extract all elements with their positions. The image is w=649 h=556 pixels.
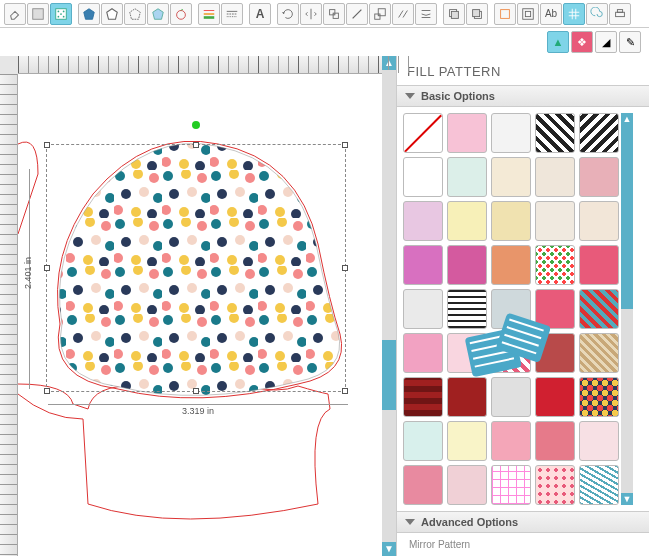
- pattern-swatch[interactable]: [535, 421, 575, 461]
- transform-rotate-icon[interactable]: [277, 3, 299, 25]
- resize-handle-nw[interactable]: [44, 142, 50, 148]
- tab-erase-icon[interactable]: ◢: [595, 31, 617, 53]
- pattern-swatch[interactable]: [403, 421, 443, 461]
- pattern-swatch[interactable]: [579, 157, 619, 197]
- pattern-swatch[interactable]: [535, 113, 575, 153]
- shear-tool-icon[interactable]: [392, 3, 414, 25]
- knife-tool-icon[interactable]: [346, 3, 368, 25]
- basic-options-header[interactable]: Basic Options: [397, 86, 649, 107]
- pattern-swatch[interactable]: [579, 465, 619, 505]
- align-icon[interactable]: [323, 3, 345, 25]
- pattern-swatch[interactable]: [491, 333, 531, 373]
- pattern-swatch[interactable]: [491, 465, 531, 505]
- pattern-swatch[interactable]: [579, 201, 619, 241]
- pattern-swatch[interactable]: [535, 377, 575, 417]
- line-style-icon[interactable]: [221, 3, 243, 25]
- scroll-down-icon[interactable]: ▼: [621, 493, 633, 505]
- pattern-swatch[interactable]: [403, 377, 443, 417]
- top-toolbar: A Ab: [0, 0, 649, 28]
- selection-bounds[interactable]: [46, 144, 346, 392]
- pattern-swatch[interactable]: [579, 421, 619, 461]
- resize-handle-e[interactable]: [342, 265, 348, 271]
- grid-toggle-icon[interactable]: [563, 3, 585, 25]
- resize-handle-s[interactable]: [193, 388, 199, 394]
- pattern-swatch[interactable]: [447, 157, 487, 197]
- design-canvas[interactable]: 2.401 in 3.319 in: [18, 74, 382, 556]
- pentagon-solid-icon[interactable]: [78, 3, 100, 25]
- resize-handle-se[interactable]: [342, 388, 348, 394]
- text-tool-icon[interactable]: A: [249, 3, 271, 25]
- pattern-swatch[interactable]: [447, 245, 487, 285]
- pentagon-grad-icon[interactable]: [147, 3, 169, 25]
- eraser-tool-icon[interactable]: [4, 3, 26, 25]
- fill-solid-icon[interactable]: [27, 3, 49, 25]
- pattern-swatch[interactable]: [491, 377, 531, 417]
- pattern-swatch[interactable]: [403, 333, 443, 373]
- line-weight-icon[interactable]: [198, 3, 220, 25]
- pattern-swatch[interactable]: [579, 333, 619, 373]
- apple-tool-icon[interactable]: [170, 3, 192, 25]
- pattern-swatch[interactable]: [491, 245, 531, 285]
- pattern-swatch[interactable]: [579, 113, 619, 153]
- tab-fill-icon[interactable]: ▲: [547, 31, 569, 53]
- pattern-swatch[interactable]: [579, 289, 619, 329]
- pattern-swatch[interactable]: [447, 289, 487, 329]
- offset-icon[interactable]: [517, 3, 539, 25]
- resize-handle-n[interactable]: [193, 142, 199, 148]
- canvas-scrollbar[interactable]: ▲ ▼: [382, 56, 396, 556]
- pattern-swatch[interactable]: [535, 333, 575, 373]
- scroll-up-icon[interactable]: ▲: [621, 113, 633, 125]
- tab-brush-icon[interactable]: ✎: [619, 31, 641, 53]
- pattern-swatch[interactable]: [447, 333, 487, 373]
- pattern-swatch[interactable]: [447, 465, 487, 505]
- scroll-down-icon[interactable]: ▼: [382, 542, 396, 556]
- swatch-scrollbar[interactable]: ▲ ▼: [621, 113, 633, 505]
- text-style-icon[interactable]: Ab: [540, 3, 562, 25]
- pattern-swatch[interactable]: [535, 245, 575, 285]
- pattern-swatch[interactable]: [491, 421, 531, 461]
- fill-pattern-icon[interactable]: [50, 3, 72, 25]
- print-icon[interactable]: [609, 3, 631, 25]
- pattern-swatch[interactable]: [491, 201, 531, 241]
- layer-back-icon[interactable]: [466, 3, 488, 25]
- resize-handle-w[interactable]: [44, 265, 50, 271]
- pattern-swatch[interactable]: [447, 113, 487, 153]
- pattern-swatch[interactable]: [535, 289, 575, 329]
- pattern-swatch[interactable]: [447, 377, 487, 417]
- pattern-swatch[interactable]: [491, 113, 531, 153]
- pattern-swatch[interactable]: [403, 201, 443, 241]
- svg-marker-8: [107, 8, 118, 19]
- spiral-icon[interactable]: [586, 3, 608, 25]
- pattern-swatch[interactable]: [403, 245, 443, 285]
- layer-front-icon[interactable]: [443, 3, 465, 25]
- pattern-swatch[interactable]: [491, 289, 531, 329]
- pattern-swatch[interactable]: [579, 245, 619, 285]
- pattern-swatch[interactable]: [447, 201, 487, 241]
- pattern-swatch[interactable]: [535, 465, 575, 505]
- pentagon-outline-icon[interactable]: [101, 3, 123, 25]
- transform-flip-icon[interactable]: [300, 3, 322, 25]
- advanced-options-section: Advanced Options Mirror Pattern ⇋ Horizo…: [397, 511, 649, 556]
- vertical-ruler: [0, 74, 18, 556]
- scale-tool-icon[interactable]: [369, 3, 391, 25]
- pattern-swatch-grid: [403, 113, 619, 505]
- advanced-options-header[interactable]: Advanced Options: [397, 512, 649, 533]
- warp-tool-icon[interactable]: [415, 3, 437, 25]
- pattern-swatch[interactable]: [403, 157, 443, 197]
- rotate-handle[interactable]: [192, 121, 200, 129]
- pentagon-dashed-icon[interactable]: [124, 3, 146, 25]
- resize-handle-sw[interactable]: [44, 388, 50, 394]
- pattern-swatch[interactable]: [579, 377, 619, 417]
- pattern-swatch[interactable]: [403, 289, 443, 329]
- scroll-thumb[interactable]: [382, 340, 396, 410]
- pattern-swatch[interactable]: [491, 157, 531, 197]
- pattern-swatch[interactable]: [535, 201, 575, 241]
- pattern-swatch[interactable]: [535, 157, 575, 197]
- trace-icon[interactable]: [494, 3, 516, 25]
- pattern-swatch-none[interactable]: [403, 113, 443, 153]
- pattern-swatch[interactable]: [447, 421, 487, 461]
- resize-handle-ne[interactable]: [342, 142, 348, 148]
- tab-pattern-icon[interactable]: ❖: [571, 31, 593, 53]
- scroll-up-icon[interactable]: ▲: [382, 56, 396, 70]
- pattern-swatch[interactable]: [403, 465, 443, 505]
